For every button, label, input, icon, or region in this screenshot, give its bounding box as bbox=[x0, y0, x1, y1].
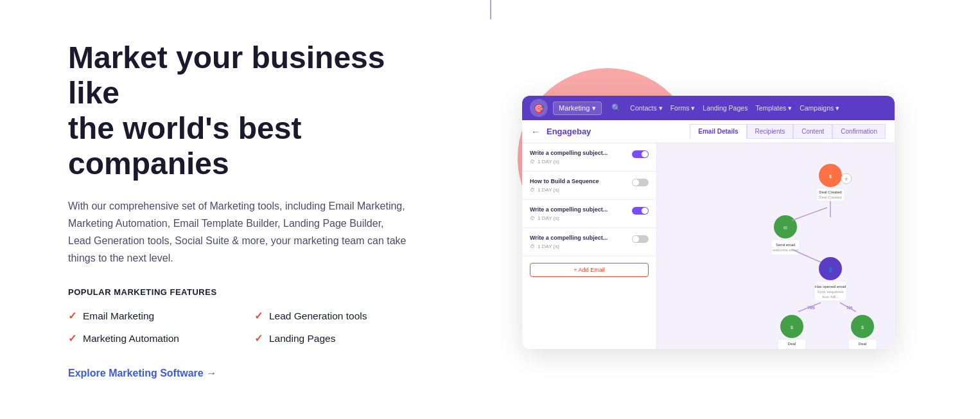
nav-item-contacts[interactable]: Contacts ▾ bbox=[630, 104, 662, 112]
check-icon-3: ✓ bbox=[68, 332, 76, 344]
email-meta-3: ⏱ 1 DAY (s) bbox=[530, 215, 649, 221]
tab-recipients[interactable]: Recipients bbox=[747, 124, 794, 139]
svg-text:$: $ bbox=[791, 325, 793, 330]
email-title-3: Write a compelling subject... bbox=[530, 206, 608, 213]
svg-text:Deal: Deal bbox=[788, 342, 796, 346]
svg-text:Sync sequence: Sync sequence bbox=[817, 290, 844, 294]
flow-line-3 bbox=[792, 249, 821, 262]
feature-label-4: Landing Pages bbox=[269, 333, 335, 344]
toggle-4[interactable] bbox=[632, 235, 649, 243]
svg-text:Send email: Send email bbox=[776, 243, 795, 247]
nav-items-group: Contacts ▾ Forms ▾ Landing Pages Templat… bbox=[630, 104, 839, 112]
check-icon-4: ✓ bbox=[254, 332, 263, 344]
feature-item-2: ✓ Lead Generation tools bbox=[254, 310, 428, 322]
email-title-1: Write a compelling subject... bbox=[530, 150, 608, 156]
send-email-label-box bbox=[771, 240, 800, 255]
feature-item-4: ✓ Landing Pages bbox=[254, 332, 428, 344]
feature-item-1: ✓ Email Marketing bbox=[68, 310, 241, 322]
features-grid: ✓ Email Marketing ✓ Lead Generation tool… bbox=[68, 310, 428, 344]
page-container: Market your business like the world's be… bbox=[0, 0, 980, 419]
toggle-3[interactable] bbox=[632, 207, 649, 215]
tab-confirmation[interactable]: Confirmation bbox=[832, 124, 886, 139]
svg-text:$: $ bbox=[829, 174, 832, 179]
tab-email-details[interactable]: Email Details bbox=[690, 124, 746, 139]
nav-item-landing-pages[interactable]: Landing Pages bbox=[703, 104, 748, 112]
feature-label-1: Email Marketing bbox=[83, 310, 154, 322]
description-text: With our comprehensive set of Marketing … bbox=[68, 197, 408, 267]
svg-text:Deal Created: Deal Created bbox=[819, 195, 841, 199]
app-content-area: Write a compelling subject... ⏱ 1 DAY (s… bbox=[522, 143, 895, 349]
explore-marketing-link[interactable]: Explore Marketing Software → bbox=[68, 368, 216, 379]
email-item-1: Write a compelling subject... ⏱ 1 DAY (s… bbox=[522, 143, 656, 172]
nav-item-forms[interactable]: Forms ▾ bbox=[670, 104, 696, 112]
features-heading: POPULAR MARKETING FEATURES bbox=[68, 287, 428, 297]
flow-line-no bbox=[840, 303, 856, 312]
explore-link-text: Explore Marketing Software → bbox=[68, 368, 216, 379]
chevron-down-icon: ▾ bbox=[592, 104, 596, 112]
automation-flow-panel: $ Deal Created Deal Created + ✉ S bbox=[657, 143, 895, 349]
check-icon-2: ✓ bbox=[254, 310, 263, 322]
nav-item-campaigns[interactable]: Campaigns ▾ bbox=[800, 104, 839, 112]
app-logo: 🎯 bbox=[530, 99, 548, 117]
toggle-2[interactable] bbox=[632, 179, 649, 186]
email-list-panel: Write a compelling subject... ⏱ 1 DAY (s… bbox=[522, 143, 657, 349]
subnav-tabs: Email Details Recipients Content Confirm… bbox=[690, 124, 886, 139]
feature-label-3: Marketing Automation bbox=[83, 333, 179, 344]
back-button[interactable]: ← bbox=[531, 127, 540, 137]
left-column: Market your business like the world's be… bbox=[68, 40, 428, 380]
svg-text:+: + bbox=[844, 175, 848, 183]
flow-line-yes bbox=[798, 303, 821, 312]
automation-flow-svg: $ Deal Created Deal Created + ✉ S bbox=[657, 143, 895, 349]
svg-text:✉: ✉ bbox=[783, 226, 787, 230]
search-nav-icon[interactable]: 🔍 bbox=[609, 102, 622, 114]
svg-text:from %B...: from %B... bbox=[822, 295, 839, 299]
email-meta-2: ⏱ 1 DAY (s) bbox=[530, 187, 649, 193]
email-item-3: Write a compelling subject... ⏱ 1 DAY (s… bbox=[522, 200, 656, 228]
svg-text:Deal Created: Deal Created bbox=[819, 190, 841, 194]
feature-item-3: ✓ Marketing Automation bbox=[68, 332, 241, 344]
top-decoration-line bbox=[490, 0, 491, 19]
email-meta-4: ⏱ 1 DAY (s) bbox=[530, 244, 649, 249]
check-icon-1: ✓ bbox=[68, 310, 76, 322]
app-title: Engagebay bbox=[547, 127, 591, 136]
email-item-4: Write a compelling subject... ⏱ 1 DAY (s… bbox=[522, 228, 656, 256]
flow-line-2 bbox=[792, 208, 827, 220]
app-navbar: 🎯 Marketing ▾ 🔍 Contacts ▾ Forms ▾ Landi… bbox=[522, 96, 895, 120]
svg-text:👤: 👤 bbox=[828, 267, 834, 272]
main-heading: Market your business like the world's be… bbox=[68, 40, 428, 182]
svg-text:$: $ bbox=[861, 325, 864, 330]
app-screenshot: 🎯 Marketing ▾ 🔍 Contacts ▾ Forms ▾ Landi… bbox=[522, 96, 895, 349]
right-column: 🎯 Marketing ▾ 🔍 Contacts ▾ Forms ▾ Landi… bbox=[479, 55, 912, 364]
tab-content[interactable]: Content bbox=[793, 124, 832, 139]
add-email-button[interactable]: + Add Email bbox=[530, 263, 649, 277]
email-meta-1: ⏱ 1 DAY (s) bbox=[530, 159, 649, 165]
svg-text:Deal: Deal bbox=[859, 342, 866, 346]
app-subnav: ← Engagebay Email Details Recipients Con… bbox=[522, 120, 895, 143]
email-title-4: Write a compelling subject... bbox=[530, 235, 608, 241]
feature-label-2: Lead Generation tools bbox=[269, 310, 367, 322]
marketing-nav-button[interactable]: Marketing ▾ bbox=[553, 102, 602, 115]
toggle-1[interactable] bbox=[632, 150, 649, 158]
nav-item-templates[interactable]: Templates ▾ bbox=[755, 104, 792, 112]
logo-icon: 🎯 bbox=[534, 103, 544, 113]
svg-text:Has opened email: Has opened email bbox=[815, 285, 846, 289]
email-item-2: How to Build a Sequence ⏱ 1 DAY (s) bbox=[522, 172, 656, 200]
email-title-2: How to Build a Sequence bbox=[530, 178, 599, 184]
